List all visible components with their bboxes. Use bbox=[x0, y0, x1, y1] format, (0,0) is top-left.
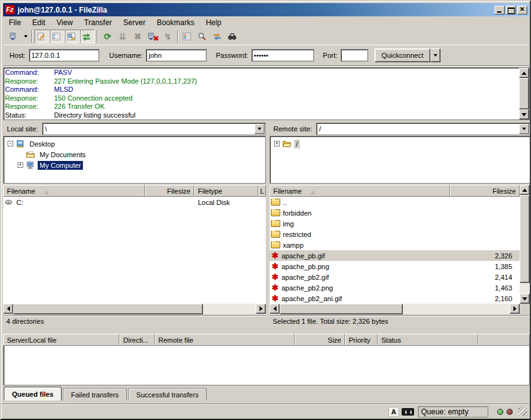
local-status-text: 4 directories bbox=[3, 315, 266, 329]
find-files-button[interactable] bbox=[226, 30, 241, 43]
tree-item-root[interactable]: + / bbox=[271, 138, 528, 149]
tree-item-desktop[interactable]: - Desktop bbox=[5, 138, 264, 149]
window-title: john@127.0.0.1 - FileZilla bbox=[18, 6, 493, 14]
tree-item-my-computer[interactable]: + My Computer bbox=[15, 160, 264, 170]
scroll-right-icon[interactable] bbox=[510, 304, 520, 314]
process-queue-button[interactable]: ⇊ bbox=[115, 30, 130, 43]
folder-icon bbox=[271, 199, 280, 206]
menu-file[interactable]: File bbox=[3, 17, 26, 28]
remote-col-filesize[interactable]: Filesize bbox=[450, 185, 520, 197]
tree-item-label: My Documents bbox=[38, 150, 87, 159]
send-led-icon bbox=[506, 409, 513, 415]
maximize-button[interactable] bbox=[506, 6, 516, 14]
queue-col-size[interactable]: Size bbox=[295, 334, 345, 346]
tab-queued-files[interactable]: Queued files bbox=[4, 387, 62, 401]
queue-col-server-local-file[interactable]: Server/Local file bbox=[3, 334, 119, 346]
remote-file-row[interactable]: restricted bbox=[270, 229, 520, 240]
scroll-down-icon[interactable] bbox=[519, 109, 529, 119]
collapse-icon[interactable]: - bbox=[8, 141, 13, 146]
scroll-up-icon[interactable] bbox=[519, 68, 529, 78]
toolbar: ⟳ ⇊ ✖ ✖ ↯ bbox=[3, 28, 529, 45]
scroll-down-icon[interactable] bbox=[520, 294, 530, 304]
remote-file-row[interactable]: forbidden bbox=[270, 207, 520, 218]
expand-icon[interactable]: + bbox=[18, 162, 23, 168]
refresh-button[interactable]: ⟳ bbox=[100, 30, 115, 43]
scroll-up-icon[interactable] bbox=[520, 185, 530, 195]
minimize-button[interactable] bbox=[495, 6, 505, 14]
remote-file-row[interactable]: apache_pb.png1,385 bbox=[270, 261, 520, 272]
port-input[interactable] bbox=[341, 49, 368, 62]
scroll-left-icon[interactable] bbox=[3, 304, 13, 314]
quickconnect-dropdown[interactable] bbox=[430, 48, 441, 62]
chevron-down-icon[interactable] bbox=[255, 124, 265, 134]
menu-view[interactable]: View bbox=[51, 17, 79, 28]
sort-ascending-icon bbox=[44, 188, 49, 194]
reconnect-button[interactable]: ↯ bbox=[160, 30, 175, 43]
remote-site-row: Remote site: / bbox=[270, 122, 530, 135]
toggle-message-log-button[interactable] bbox=[35, 30, 50, 43]
message-log: Command:PASV Response:227 Entering Passi… bbox=[3, 67, 530, 120]
menu-help[interactable]: Help bbox=[200, 17, 227, 28]
remote-file-row[interactable]: apache_pb2_ani.gif2,160 bbox=[270, 293, 520, 304]
username-input[interactable] bbox=[146, 49, 207, 62]
resize-grip[interactable] bbox=[518, 407, 527, 416]
local-col-filetype[interactable]: Filetype bbox=[194, 185, 258, 197]
close-button[interactable] bbox=[517, 6, 527, 14]
chevron-down-icon[interactable] bbox=[519, 124, 529, 134]
local-site-combo[interactable]: \ bbox=[42, 123, 266, 135]
local-col-filename[interactable]: Filename bbox=[3, 185, 145, 197]
toggle-remote-tree-button[interactable] bbox=[65, 30, 80, 43]
speed-limit-icon[interactable] bbox=[402, 408, 414, 416]
remote-list-header: Filename Filesize bbox=[270, 185, 520, 197]
menu-server[interactable]: Server bbox=[118, 17, 151, 28]
tree-item-my-documents[interactable]: My Documents bbox=[15, 149, 264, 160]
remote-file-row[interactable]: img bbox=[270, 218, 520, 229]
site-manager-button[interactable] bbox=[7, 30, 22, 43]
password-input[interactable] bbox=[251, 49, 314, 62]
site-manager-dropdown[interactable] bbox=[22, 30, 30, 43]
local-file-row[interactable]: C: Local Disk bbox=[3, 197, 266, 207]
remote-tree: + / bbox=[270, 136, 530, 184]
scroll-right-icon[interactable] bbox=[256, 304, 266, 314]
local-col-filesize[interactable]: Filesize bbox=[145, 185, 194, 197]
toggle-transfer-queue-button[interactable] bbox=[80, 30, 95, 43]
toggle-local-tree-button[interactable] bbox=[50, 30, 65, 43]
local-site-value: \ bbox=[43, 125, 255, 133]
menu-transfer[interactable]: Transfer bbox=[79, 17, 118, 28]
local-hscrollbar[interactable] bbox=[3, 304, 266, 314]
scroll-left-icon[interactable] bbox=[270, 304, 280, 314]
remote-file-row[interactable]: apache_pb2.png1,463 bbox=[270, 282, 520, 293]
menu-bookmarks[interactable]: Bookmarks bbox=[151, 17, 200, 28]
remote-col-filename[interactable]: Filename bbox=[270, 185, 450, 197]
expand-icon[interactable]: + bbox=[274, 141, 280, 146]
tab-failed-transfers[interactable]: Failed transfers bbox=[63, 388, 127, 401]
log-line: Status:Directory listing successful bbox=[5, 111, 518, 120]
title-bar[interactable]: Fz john@127.0.0.1 - FileZilla bbox=[3, 3, 529, 16]
local-col-last-modified[interactable]: L bbox=[258, 185, 266, 197]
directory-comparison-button[interactable] bbox=[195, 30, 211, 43]
remote-site-combo[interactable]: / bbox=[316, 123, 530, 135]
data-type-ascii-icon[interactable]: A bbox=[388, 407, 399, 417]
tab-successful-transfers[interactable]: Successful transfers bbox=[128, 388, 207, 401]
synchronized-browsing-button[interactable] bbox=[211, 30, 226, 43]
remote-hscrollbar[interactable] bbox=[270, 304, 520, 314]
queue-col-remote-file[interactable]: Remote file bbox=[155, 334, 295, 346]
remote-file-row[interactable]: xampp bbox=[270, 240, 520, 250]
remote-vscrollbar[interactable] bbox=[520, 185, 530, 304]
remote-file-row[interactable]: .. bbox=[270, 197, 520, 207]
queue-col-priority[interactable]: Priority bbox=[345, 334, 378, 346]
folder-icon bbox=[271, 231, 280, 238]
remote-site-label: Remote site: bbox=[270, 125, 316, 133]
remote-file-row-selected[interactable]: apache_pb.gif2,326 bbox=[270, 250, 520, 261]
quickconnect-button[interactable]: Quickconnect bbox=[375, 48, 430, 62]
folder-icon bbox=[271, 241, 280, 248]
log-scrollbar[interactable] bbox=[519, 68, 529, 119]
cancel-button[interactable]: ✖ bbox=[130, 30, 145, 43]
queue-col-direction[interactable]: Directi... bbox=[119, 334, 155, 346]
remote-file-row[interactable]: apache_pb2.gif2,414 bbox=[270, 272, 520, 282]
filter-button[interactable] bbox=[180, 30, 195, 43]
menu-edit[interactable]: Edit bbox=[26, 17, 51, 28]
queue-col-status[interactable]: Status bbox=[378, 334, 478, 346]
host-input[interactable] bbox=[29, 49, 99, 62]
disconnect-button[interactable]: ✖ bbox=[145, 30, 160, 43]
